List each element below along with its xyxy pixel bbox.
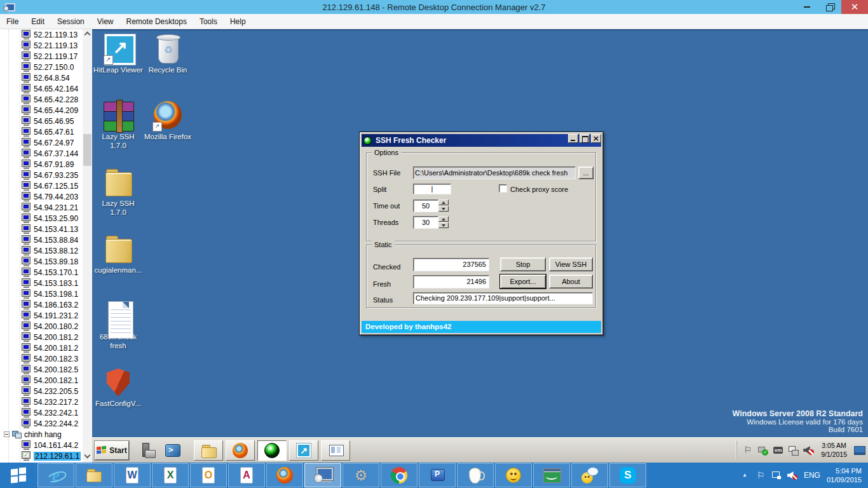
export-button[interactable]: Export... [500, 274, 546, 288]
threads-spin-up-icon[interactable] [438, 216, 449, 222]
server-tree-item[interactable]: 54.232.217.2 [0, 396, 92, 407]
desktop-icon-recycle-bin[interactable]: Recycle Bin [143, 33, 193, 100]
server-tree-item[interactable]: 104.161.44.2 [0, 440, 92, 451]
check-proxy-checkbox[interactable] [499, 184, 507, 193]
server-tree-item[interactable]: 54.232.205.5 [0, 386, 92, 396]
scroll-down-icon[interactable] [85, 452, 91, 459]
tray-usb-check[interactable] [757, 445, 768, 456]
host-taskbar-button-proxifier[interactable] [419, 463, 456, 487]
dialog-maximize-button[interactable] [580, 134, 590, 143]
menu-item[interactable]: Help [224, 14, 252, 29]
server-tree-item[interactable]: 54.200.181.2 [0, 342, 92, 353]
host-tray-net[interactable] [771, 470, 782, 480]
remote-clock[interactable]: 3:05 AM 9/1/2015 [818, 442, 850, 458]
host-taskbar-button-word[interactable] [114, 463, 151, 487]
server-tree-item[interactable]: 52.21.119.17 [0, 51, 92, 62]
server-tree-item[interactable]: 54.67.24.97 [0, 137, 92, 148]
tray-mute[interactable] [803, 445, 814, 456]
server-tree-item[interactable]: 54.200.182.5 [0, 364, 92, 375]
split-input[interactable]: | [413, 184, 451, 194]
view-ssh-button[interactable]: View SSH [549, 257, 593, 271]
server-tree-item[interactable]: 54.200.181.2 [0, 332, 92, 342]
taskbar-button-folder-window[interactable] [194, 440, 223, 461]
host-taskbar-button-explorer[interactable] [76, 463, 112, 487]
dialog-minimize-button[interactable] [568, 134, 578, 143]
server-tree-item[interactable]: 54.232.242.1 [0, 407, 92, 418]
host-clock[interactable]: 5:04 PM 01/09/2015 [827, 466, 862, 485]
tree-scrollbar[interactable] [83, 29, 92, 463]
language-indicator[interactable]: ENG [804, 471, 820, 480]
minimize-button[interactable] [796, 0, 818, 14]
server-tree-item[interactable]: 54.200.180.2 [0, 321, 92, 332]
server-tree-item[interactable]: 54.67.93.235 [0, 170, 92, 180]
quick-launch-server-manager[interactable] [139, 442, 156, 459]
scrollbar-thumb[interactable] [83, 134, 92, 166]
timeout-input[interactable]: 50 [413, 200, 438, 212]
menu-item[interactable]: Tools [193, 14, 224, 29]
quick-launch-powershell[interactable] [165, 442, 181, 459]
server-tree-item[interactable]: 52.27.150.0 [0, 62, 92, 72]
threads-spin-down-icon[interactable] [438, 222, 449, 228]
server-tree-item[interactable]: 54.153.170.1 [0, 267, 92, 278]
menu-item[interactable]: View [91, 14, 120, 29]
host-taskbar-button-outlook[interactable] [190, 463, 227, 487]
host-tray-up[interactable] [740, 470, 750, 480]
desktop-icon-shield[interactable]: FastConfigV... [93, 367, 143, 433]
server-tree-item[interactable]: 54.232.244.2 [0, 418, 92, 429]
host-taskbar-button-win-start[interactable] [1, 463, 36, 487]
host-taskbar-button-chat[interactable] [571, 463, 608, 487]
taskbar-button-ssh-orb[interactable] [257, 440, 287, 461]
stop-button[interactable]: Stop [500, 257, 546, 271]
server-tree-item[interactable]: 54.65.47.61 [0, 126, 92, 137]
server-tree-item[interactable]: 54.153.198.1 [0, 288, 92, 299]
server-tree-item[interactable]: 54.67.125.15 [0, 180, 92, 191]
host-tray-mute[interactable] [787, 470, 797, 480]
desktop-icon-folder[interactable]: cugialenman... [93, 233, 143, 300]
desktop-icon-hitleap[interactable]: HitLeap Viewer [93, 33, 143, 100]
server-tree-item[interactable]: 52.21.119.13 [0, 40, 92, 51]
host-taskbar-button-smiley[interactable] [495, 463, 532, 487]
server-tree-item[interactable]: 54.67.37.144 [0, 148, 92, 159]
server-tree-item[interactable]: 54.67.91.89 [0, 159, 92, 170]
taskbar-button-hitleap[interactable] [289, 440, 318, 461]
server-tree-item[interactable]: 54.153.41.13 [0, 224, 92, 234]
show-desktop-icon[interactable] [854, 446, 865, 455]
tray-network[interactable] [788, 445, 799, 456]
menu-item[interactable]: Session [51, 14, 91, 29]
server-tree-item[interactable]: 212.129.61.1 [0, 451, 92, 461]
desktop-icon-winrar[interactable]: Lazy SSH 1.7.0 [93, 100, 143, 166]
server-tree-item[interactable]: 54.153.88.12 [0, 245, 92, 256]
host-taskbar-button-ie[interactable] [37, 463, 74, 487]
restore-button[interactable] [818, 0, 841, 14]
desktop-icon-folder[interactable]: Lazy SSH 1.7.0 [93, 166, 143, 233]
timeout-spin-up-icon[interactable] [438, 200, 449, 205]
server-tree-item[interactable]: 54.65.42.228 [0, 94, 92, 105]
scroll-up-icon[interactable] [85, 32, 91, 38]
desktop-icon-text-file[interactable]: 689k check fresh [93, 300, 143, 367]
dialog-titlebar[interactable]: SSH Fresh Checker [362, 134, 601, 147]
server-tree-item[interactable]: 52.64.8.54 [0, 72, 92, 83]
about-button[interactable]: About [549, 274, 593, 288]
host-taskbar-button-chrome[interactable] [381, 463, 417, 487]
server-tree-item[interactable]: 54.65.46.95 [0, 116, 92, 126]
host-taskbar-button-jug[interactable] [457, 463, 494, 487]
server-tree-item[interactable]: 54.65.42.164 [0, 83, 92, 94]
threads-input[interactable]: 30 [413, 216, 438, 229]
taskbar-button-firefox[interactable] [226, 440, 255, 461]
host-taskbar-button-rdcman[interactable] [304, 463, 341, 487]
timeout-spin-down-icon[interactable] [438, 206, 449, 212]
server-tree-item[interactable]: 54.65.44.209 [0, 105, 92, 116]
host-taskbar-button-skype[interactable] [609, 463, 646, 487]
menu-item[interactable]: File [0, 14, 25, 29]
server-tree-item[interactable]: 54.153.88.84 [0, 234, 92, 245]
server-tree-item[interactable]: 54.153.89.18 [0, 256, 92, 267]
server-tree-item[interactable]: 54.79.44.203 [0, 191, 92, 202]
server-tree-item[interactable]: 54.200.182.3 [0, 353, 92, 364]
ssh-file-input[interactable]: C:\Users\Administrator\Desktop\689k chec… [413, 166, 576, 179]
browse-button[interactable]: ... [578, 166, 593, 179]
host-taskbar-button-gear[interactable] [342, 463, 379, 487]
menu-item[interactable]: Edit [25, 14, 51, 29]
remote-start-button[interactable]: Start [95, 441, 129, 460]
taskbar-button-system-window[interactable] [321, 440, 350, 461]
menu-item[interactable]: Remote Desktops [120, 14, 193, 29]
